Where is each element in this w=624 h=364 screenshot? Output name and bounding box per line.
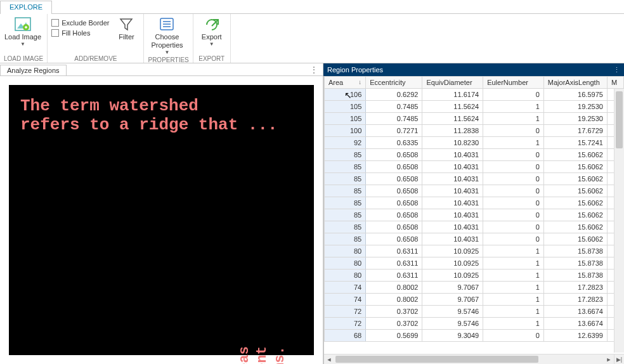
region-properties-table[interactable]: AreaEccentricityEquivDiameterEulerNumber… [324,76,624,342]
column-header[interactable]: M [607,77,623,89]
table-cell: 92 [325,137,366,149]
table-cell: 9.5746 [422,318,483,330]
horizontal-scrollbar[interactable]: ◄ ► [324,354,614,364]
scroll-left-icon[interactable]: ◄ [324,356,334,363]
table-cell: 0.6311 [366,257,422,270]
table-cell: 1 [483,294,544,306]
table-row[interactable]: 920.633510.8230115.7241 [325,137,624,149]
panel-menu-icon[interactable]: ⋮ [309,65,319,75]
scroll-right-icon[interactable]: ► [604,356,614,363]
scrollbar-thumb[interactable] [616,91,623,148]
funnel-icon [117,16,135,32]
table-cell: 15.7241 [543,137,607,149]
image-icon [14,16,32,32]
image-text-line: drained by different [254,346,270,364]
ribbon-group-properties: Choose Properties ▼ PROPERTIES [144,14,193,63]
workspace: Analyze Regions ⋮ The term watershed ref… [0,63,624,364]
group-label-load-image: LOAD IMAGE [4,54,43,63]
table-row[interactable]: 850.650810.4031015.6062 [325,233,624,245]
table-row[interactable]: 680.56999.3049012.6399 [325,330,624,342]
table-row[interactable]: 720.37029.5746113.6674 [325,306,624,318]
tab-analyze-regions[interactable]: Analyze Regions [0,65,67,75]
panel-title: Region Properties [327,66,383,74]
filter-label: Filter [119,33,134,41]
table-row[interactable]: 850.650810.4031015.6062 [325,185,624,197]
table-cell: 15.8738 [543,245,607,257]
exclude-border-checkbox[interactable]: Exclude Border [51,19,109,27]
table-cell: 0.6508 [366,233,422,245]
table-cell: 19.2530 [543,113,607,125]
table-cell: 15.6062 [543,209,607,221]
load-image-button[interactable]: Load Image ▼ [4,15,42,47]
panel-menu-icon[interactable]: ⋮ [613,66,620,74]
export-label: Export [202,33,222,41]
table-cell: 0.7271 [366,125,422,137]
table-row[interactable]: 1060.629211.6174016.5975 [325,89,624,101]
region-properties-header: Region Properties ⋮ [323,63,624,76]
table-cell: 10.4031 [422,173,483,185]
table-cell: 0.6508 [366,173,422,185]
group-label-export: EXPORT [197,54,226,63]
right-pane: Region Properties ⋮ AreaEccentricityEqui… [323,63,624,364]
left-tabstrip: Analyze Regions ⋮ [0,63,323,76]
table-row[interactable]: 800.631110.0925115.8738 [325,257,624,270]
column-header[interactable]: EquivDiameter [422,77,483,89]
table-row[interactable]: 740.80029.7067117.2823 [325,282,624,294]
table-cell: 0 [483,233,544,245]
analyzed-image: The term watershed refers to a ridge tha… [9,85,314,355]
table-cell: 105 [325,101,366,113]
table-cell: 1 [483,113,544,125]
table-row[interactable]: 800.631110.0925115.8738 [325,245,624,257]
image-text-line: refers to a ridge that ... [20,115,278,134]
table-row[interactable]: 850.650810.4031015.6062 [325,149,624,161]
table-row[interactable]: 800.631110.0925115.8738 [325,270,624,282]
table-cell: 10.0925 [422,257,483,270]
table-cell: 1 [483,257,544,270]
table-cell: 85 [325,149,366,161]
column-header[interactable]: Eccentricity [366,77,422,89]
table-cell: 0.6508 [366,161,422,173]
table-row[interactable]: 850.650810.4031015.6062 [325,161,624,173]
table-cell: 1 [483,270,544,282]
image-text-line: The term watershed [20,96,278,115]
image-text-side: ... divides areas [237,346,253,364]
table-row[interactable]: 1050.748511.5624119.2530 [325,101,624,113]
table-cell: 10.0925 [422,270,483,282]
vertical-scrollbar[interactable] [614,89,624,353]
table-row[interactable]: 850.650810.4031015.6062 [325,173,624,185]
table-cell: 10.4031 [422,233,483,245]
table-row[interactable]: 1050.748511.5624119.2530 [325,113,624,125]
table-row[interactable]: 850.650810.4031015.6062 [325,197,624,209]
table-cell: 100 [325,125,366,137]
fill-holes-checkbox[interactable]: Fill Holes [51,29,109,37]
table-cell: 10.4031 [422,209,483,221]
table-row[interactable]: 740.80029.7067117.2823 [325,294,624,306]
export-button[interactable]: Export ▼ [197,15,226,47]
table-row[interactable]: 850.650810.4031015.6062 [325,221,624,233]
tab-explore[interactable]: EXPLORE [0,1,52,14]
table-cell: 85 [325,197,366,209]
column-header[interactable]: EulerNumber [483,77,544,89]
table-cell: 85 [325,161,366,173]
left-pane: Analyze Regions ⋮ The term watershed ref… [0,63,323,364]
table-cell: 13.6674 [543,306,607,318]
choose-properties-button[interactable]: Choose Properties ▼ [148,15,186,55]
table-cell: 1 [483,282,544,294]
image-viewer[interactable]: The term watershed refers to a ridge tha… [0,76,323,364]
table-row[interactable]: 1000.727111.2838017.6729 [325,125,624,137]
scroll-end-button[interactable]: ▶| [614,354,624,364]
table-cell: 74 [325,282,366,294]
choose-properties-label: Choose Properties [148,33,186,49]
table-row[interactable]: 720.37029.5746113.6674 [325,318,624,330]
table-cell: 0.6508 [366,149,422,161]
column-header[interactable]: MajorAxisLength [543,77,607,89]
checkbox-icon [51,19,59,27]
scrollbar-thumb[interactable] [335,356,538,363]
table-cell: 19.2530 [543,101,607,113]
table-cell: 1 [483,318,544,330]
column-header[interactable]: Area [325,77,366,89]
filter-button[interactable]: Filter [113,15,140,41]
table-cell: 9.5746 [422,306,483,318]
table-cell: 15.8738 [543,270,607,282]
table-row[interactable]: 850.650810.4031015.6062 [325,209,624,221]
